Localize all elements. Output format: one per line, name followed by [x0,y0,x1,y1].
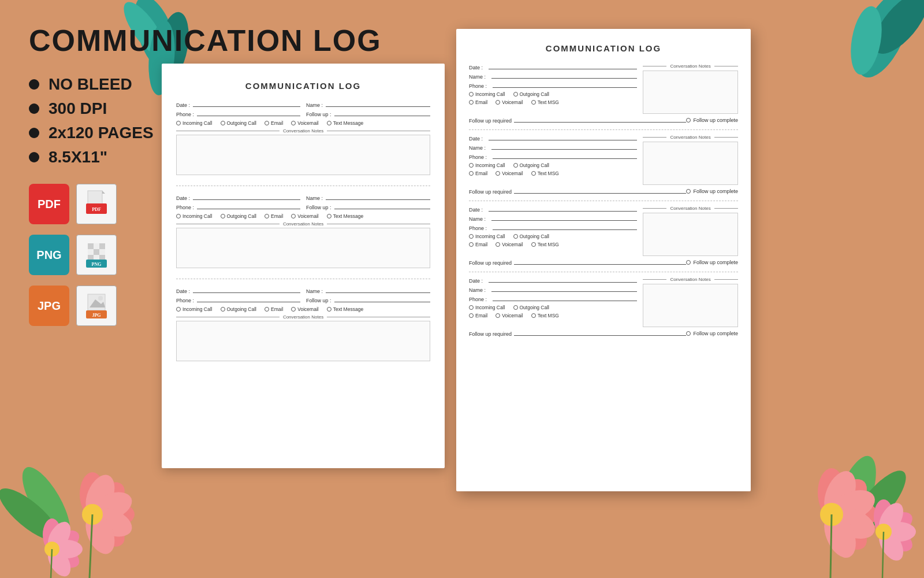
svg-rect-52 [94,243,99,249]
r1-conv-notes-label: Conversation Notes [666,64,714,69]
svg-point-64 [98,296,103,301]
svg-text:PDF: PDF [92,207,101,212]
date-label-2: Date : [176,195,190,201]
bottom-right-flowers [728,381,924,578]
paper-front: COMMUNICATION LOG Date : Name : Phone : [456,29,751,491]
r3-name-label: Name : [469,216,486,222]
name-line-3 [326,287,430,293]
bullet-icon [29,152,39,162]
date-line-3 [193,287,300,293]
conv-notes-box-1 [176,135,430,175]
radio-voicemail-1: Voicemail [291,120,318,126]
r3-conv-notes-box [643,213,738,256]
r1-radio-voicemail: Voicemail [495,99,523,105]
paper-back: COMMUNICATION LOG Date : Name : Phone : … [162,64,445,468]
radio-outgoing-1: Outgoing Call [221,120,257,126]
conv-notes-box-2 [176,228,430,268]
r1-radio-textmsg: Text MSG [531,99,559,105]
name-label-1: Name : [306,102,323,108]
r3-followup-complete-label: Follow up complete [693,260,738,265]
radio-email-3: Email [264,306,283,312]
r2-phone-label: Phone : [469,154,487,160]
r2-radio-outgoing: Outgoing Call [513,162,550,168]
bottom-left-flowers [0,387,185,578]
followup-line-3 [334,297,430,302]
followup-label-2: Follow up : [306,205,331,210]
r2-followup-req-label: Follow up required [469,189,512,195]
r2-radio-voicemail: Voicemail [495,171,523,176]
date-line-1 [193,101,300,107]
svg-text:PNG: PNG [92,262,102,267]
r4-phone-label: Phone : [469,297,487,302]
r1-radio-outgoing: Outgoing Call [513,91,550,97]
date-label-3: Date : [176,288,190,294]
r3-followup-req-label: Follow up required [469,260,512,266]
r1-radio-email: Email [469,99,487,105]
followup-label-3: Follow up : [306,298,331,303]
r1-followup-req-label: Follow up required [469,118,512,124]
radio-email-2: Email [264,213,283,219]
phone-label-2: Phone : [176,205,194,210]
bullet-icon [29,103,39,114]
date-label-1: Date : [176,102,190,108]
r4-radio-textmsg: Text MSG [531,313,559,318]
r3-radio-incoming: Incoming Call [469,234,505,239]
r1-radio-incoming: Incoming Call [469,91,505,97]
r3-phone-label: Phone : [469,225,487,231]
name-line-2 [326,194,430,200]
bullet-icon [29,79,39,90]
conv-notes-label-3: Conversation Notes [280,314,327,320]
r2-date-label: Date : [469,136,483,142]
bullet-icon [29,128,39,138]
r1-followup-complete-label: Follow up complete [693,117,738,123]
r2-conv-notes-label: Conversation Notes [666,135,714,140]
r4-date-label: Date : [469,278,483,284]
r3-radio-voicemail: Voicemail [495,242,523,247]
conv-notes-label-1: Conversation Notes [280,128,327,134]
form-entry-3: Date : Name : Phone : Follow up : Incomi… [176,287,430,372]
phone-line-3 [197,297,300,302]
r2-radio-textmsg: Text MSG [531,171,559,176]
svg-marker-48 [102,191,105,194]
r2-name-label: Name : [469,145,486,151]
radio-incoming-1: Incoming Call [176,120,213,126]
phone-line-2 [197,203,300,209]
radio-email-1: Email [264,120,283,126]
radio-textmsg-1: Text Message [327,120,363,126]
r3-radio-textmsg: Text MSG [531,242,559,247]
r4-followup-req-label: Follow up required [469,331,512,337]
pdf-badge: PDF [29,184,69,224]
svg-rect-55 [94,249,99,255]
png-preview: PNG [76,235,117,275]
r4-radio-outgoing: Outgoing Call [513,305,550,310]
conv-notes-box-3 [176,321,430,361]
radio-voicemail-3: Voicemail [291,306,318,312]
r2-radio-email: Email [469,171,487,176]
form-entry-1: Date : Name : Phone : Follow up : Incomi… [176,101,430,186]
conv-notes-label-2: Conversation Notes [280,221,327,227]
r4-radio-voicemail: Voicemail [495,313,523,318]
radio-outgoing-3: Outgoing Call [221,306,257,312]
form-entry-2: Date : Name : Phone : Follow up : Incomi… [176,194,430,279]
jpg-preview: JPG [76,286,117,326]
r3-radio-outgoing: Outgoing Call [513,234,550,239]
followup-line-2 [334,203,430,209]
name-label-3: Name : [306,288,323,294]
r4-followup-complete-label: Follow up complete [693,331,738,336]
followup-label-1: Follow up : [306,112,331,117]
svg-line-45 [830,514,832,578]
r1-date-label: Date : [469,65,483,71]
r3-date-label: Date : [469,207,483,213]
teal-leaf-top-right [797,0,924,116]
pdf-preview: PDF [76,184,117,224]
radio-incoming-2: Incoming Call [176,213,213,219]
date-line-2 [193,194,300,200]
name-line-1 [326,101,430,107]
phone-label-1: Phone : [176,112,194,117]
r1-name-label: Name : [469,74,486,80]
r4-conv-notes-box [643,284,738,327]
name-label-2: Name : [306,195,323,201]
r1-phone-label: Phone : [469,83,487,89]
svg-text:JPG: JPG [92,313,100,318]
radio-textmsg-3: Text Message [327,306,363,312]
